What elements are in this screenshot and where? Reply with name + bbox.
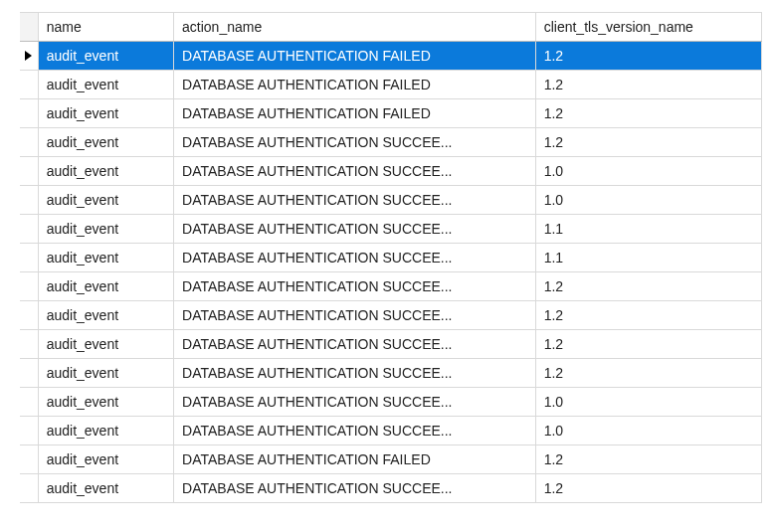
column-header-tls[interactable]: client_tls_version_name	[535, 13, 761, 42]
table-row[interactable]: audit_eventDATABASE AUTHENTICATION SUCCE…	[20, 330, 762, 359]
cell-action-name[interactable]: DATABASE AUTHENTICATION SUCCEE...	[174, 417, 536, 445]
cell-name[interactable]: audit_event	[38, 359, 173, 388]
row-gutter[interactable]	[20, 388, 38, 417]
table-row[interactable]: audit_eventDATABASE AUTHENTICATION SUCCE…	[20, 186, 762, 215]
cell-action-name[interactable]: DATABASE AUTHENTICATION SUCCEE...	[174, 157, 536, 186]
cell-action-name[interactable]: DATABASE AUTHENTICATION FAILED	[174, 99, 536, 128]
row-gutter[interactable]	[20, 301, 38, 330]
cell-client-tls-version[interactable]: 1.0	[535, 157, 761, 186]
cell-name[interactable]: audit_event	[38, 42, 173, 71]
row-gutter[interactable]	[20, 330, 38, 359]
table-row[interactable]: audit_eventDATABASE AUTHENTICATION SUCCE…	[20, 272, 762, 301]
row-gutter[interactable]	[20, 417, 38, 445]
cell-name[interactable]: audit_event	[38, 474, 173, 503]
cell-client-tls-version[interactable]: 1.2	[535, 445, 761, 474]
current-row-indicator-icon	[25, 51, 32, 61]
cell-name[interactable]: audit_event	[38, 244, 173, 272]
cell-action-name[interactable]: DATABASE AUTHENTICATION SUCCEE...	[174, 272, 536, 301]
row-gutter[interactable]	[20, 474, 38, 503]
row-gutter[interactable]	[20, 272, 38, 301]
row-gutter[interactable]	[20, 445, 38, 474]
cell-client-tls-version[interactable]: 1.0	[535, 417, 761, 445]
cell-action-name[interactable]: DATABASE AUTHENTICATION SUCCEE...	[174, 186, 536, 215]
row-gutter[interactable]	[20, 244, 38, 272]
table-row[interactable]: audit_eventDATABASE AUTHENTICATION FAILE…	[20, 42, 762, 71]
table-row[interactable]: audit_eventDATABASE AUTHENTICATION SUCCE…	[20, 474, 762, 503]
cell-action-name[interactable]: DATABASE AUTHENTICATION SUCCEE...	[174, 244, 536, 272]
table-row[interactable]: audit_eventDATABASE AUTHENTICATION SUCCE…	[20, 244, 762, 272]
cell-name[interactable]: audit_event	[38, 417, 173, 445]
table-row[interactable]: audit_eventDATABASE AUTHENTICATION SUCCE…	[20, 388, 762, 417]
cell-client-tls-version[interactable]: 1.2	[535, 474, 761, 503]
cell-client-tls-version[interactable]: 1.2	[535, 42, 761, 71]
cell-action-name[interactable]: DATABASE AUTHENTICATION SUCCEE...	[174, 128, 536, 157]
results-grid[interactable]: name action_name client_tls_version_name…	[20, 12, 762, 503]
cell-client-tls-version[interactable]: 1.2	[535, 359, 761, 388]
cell-action-name[interactable]: DATABASE AUTHENTICATION SUCCEE...	[174, 301, 536, 330]
cell-client-tls-version[interactable]: 1.2	[535, 128, 761, 157]
cell-action-name[interactable]: DATABASE AUTHENTICATION SUCCEE...	[174, 215, 536, 244]
column-header-action[interactable]: action_name	[174, 13, 536, 42]
cell-action-name[interactable]: DATABASE AUTHENTICATION FAILED	[174, 71, 536, 99]
table-row[interactable]: audit_eventDATABASE AUTHENTICATION FAILE…	[20, 71, 762, 99]
cell-name[interactable]: audit_event	[38, 186, 173, 215]
cell-action-name[interactable]: DATABASE AUTHENTICATION FAILED	[174, 42, 536, 71]
header-gutter	[20, 13, 38, 42]
table-row[interactable]: audit_eventDATABASE AUTHENTICATION SUCCE…	[20, 359, 762, 388]
cell-name[interactable]: audit_event	[38, 128, 173, 157]
cell-client-tls-version[interactable]: 1.0	[535, 186, 761, 215]
row-gutter[interactable]	[20, 71, 38, 99]
column-header-name[interactable]: name	[38, 13, 173, 42]
cell-action-name[interactable]: DATABASE AUTHENTICATION SUCCEE...	[174, 474, 536, 503]
header-row: name action_name client_tls_version_name	[20, 13, 762, 42]
table-row[interactable]: audit_eventDATABASE AUTHENTICATION SUCCE…	[20, 157, 762, 186]
cell-action-name[interactable]: DATABASE AUTHENTICATION SUCCEE...	[174, 330, 536, 359]
cell-name[interactable]: audit_event	[38, 301, 173, 330]
cell-client-tls-version[interactable]: 1.2	[535, 301, 761, 330]
cell-action-name[interactable]: DATABASE AUTHENTICATION FAILED	[174, 445, 536, 474]
cell-action-name[interactable]: DATABASE AUTHENTICATION SUCCEE...	[174, 388, 536, 417]
cell-client-tls-version[interactable]: 1.2	[535, 71, 761, 99]
row-gutter[interactable]	[20, 42, 38, 71]
cell-client-tls-version[interactable]: 1.2	[535, 330, 761, 359]
cell-name[interactable]: audit_event	[38, 388, 173, 417]
table-row[interactable]: audit_eventDATABASE AUTHENTICATION SUCCE…	[20, 128, 762, 157]
row-gutter[interactable]	[20, 128, 38, 157]
row-gutter[interactable]	[20, 215, 38, 244]
table-row[interactable]: audit_eventDATABASE AUTHENTICATION FAILE…	[20, 99, 762, 128]
row-gutter[interactable]	[20, 359, 38, 388]
cell-client-tls-version[interactable]: 1.2	[535, 272, 761, 301]
cell-name[interactable]: audit_event	[38, 157, 173, 186]
table-row[interactable]: audit_eventDATABASE AUTHENTICATION SUCCE…	[20, 417, 762, 445]
cell-name[interactable]: audit_event	[38, 272, 173, 301]
cell-name[interactable]: audit_event	[38, 215, 173, 244]
cell-name[interactable]: audit_event	[38, 445, 173, 474]
cell-client-tls-version[interactable]: 1.1	[535, 215, 761, 244]
cell-client-tls-version[interactable]: 1.0	[535, 388, 761, 417]
cell-name[interactable]: audit_event	[38, 330, 173, 359]
table-row[interactable]: audit_eventDATABASE AUTHENTICATION SUCCE…	[20, 301, 762, 330]
cell-name[interactable]: audit_event	[38, 99, 173, 128]
cell-name[interactable]: audit_event	[38, 71, 173, 99]
row-gutter[interactable]	[20, 157, 38, 186]
cell-client-tls-version[interactable]: 1.1	[535, 244, 761, 272]
table-row[interactable]: audit_eventDATABASE AUTHENTICATION FAILE…	[20, 445, 762, 474]
row-gutter[interactable]	[20, 186, 38, 215]
table-row[interactable]: audit_eventDATABASE AUTHENTICATION SUCCE…	[20, 215, 762, 244]
cell-action-name[interactable]: DATABASE AUTHENTICATION SUCCEE...	[174, 359, 536, 388]
row-gutter[interactable]	[20, 99, 38, 128]
cell-client-tls-version[interactable]: 1.2	[535, 99, 761, 128]
